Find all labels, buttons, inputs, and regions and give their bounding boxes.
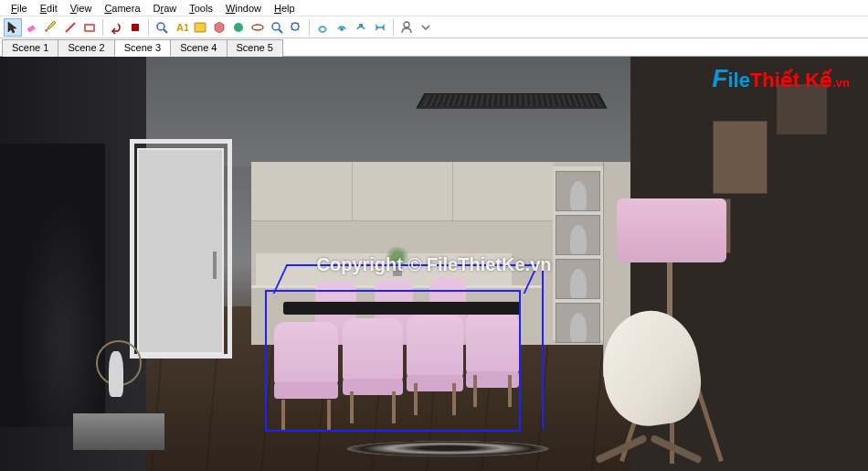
dimension-tool-icon[interactable] — [191, 18, 209, 37]
menu-help[interactable]: Help — [269, 2, 301, 15]
menu-file[interactable]: FFileile — [5, 2, 33, 15]
section-icon[interactable] — [313, 18, 332, 37]
undo-icon[interactable] — [107, 18, 125, 37]
svg-line-11 — [279, 29, 282, 33]
scene-lounge-chair — [576, 311, 722, 457]
scene-tab-3[interactable]: Scene 3 — [114, 39, 171, 57]
scene-tab-4[interactable]: Scene 4 — [170, 39, 227, 57]
layer-c-icon[interactable] — [371, 18, 389, 37]
zoom2-icon[interactable] — [268, 18, 286, 37]
menu-bar: FFileile Edit View Camera Draw Tools Win… — [0, 0, 868, 16]
svg-rect-14 — [359, 24, 363, 27]
redo-icon[interactable] — [126, 18, 144, 37]
select-tool-icon[interactable] — [4, 18, 22, 37]
selection-bounding-box — [265, 290, 521, 432]
svg-point-4 — [157, 23, 164, 30]
scene-tab-2[interactable]: Scene 2 — [58, 39, 114, 57]
dropdown-icon[interactable] — [417, 18, 435, 37]
scene-figurine — [96, 340, 132, 413]
scene-tabs: Scene 1 Scene 2 Scene 3 Scene 4 Scene 5 — [0, 38, 868, 57]
svg-rect-3 — [132, 24, 139, 31]
svg-point-15 — [404, 22, 409, 27]
scene-marble-panel — [0, 144, 105, 427]
pencil-tool-icon[interactable] — [42, 18, 60, 37]
scene-ac-unit — [416, 93, 607, 109]
line-tool-icon[interactable] — [61, 18, 79, 37]
menu-window[interactable]: Window — [220, 2, 267, 15]
scene-pedestal — [73, 413, 164, 450]
model-viewport[interactable]: FileThiết Kế.vn Copyright © FileThietKe.… — [0, 57, 868, 471]
svg-rect-7 — [195, 23, 206, 32]
zoom-extents-icon[interactable] — [287, 18, 305, 37]
user-icon[interactable] — [397, 18, 416, 37]
paint-tool-icon[interactable] — [229, 18, 248, 37]
svg-point-10 — [272, 23, 280, 30]
layer-b-icon[interactable] — [352, 18, 370, 37]
svg-line-1 — [66, 23, 75, 32]
svg-rect-0 — [27, 25, 36, 32]
menu-draw[interactable]: Draw — [148, 2, 183, 15]
menu-edit[interactable]: Edit — [35, 2, 63, 15]
zoom-icon[interactable] — [153, 18, 171, 37]
menu-view[interactable]: View — [65, 2, 98, 15]
svg-point-8 — [234, 23, 243, 32]
scene-door — [137, 148, 224, 354]
scene-floor-lamp — [617, 198, 726, 262]
scene-tab-5[interactable]: Scene 5 — [227, 39, 283, 57]
scene-tab-1[interactable]: Scene 1 — [2, 39, 58, 57]
scene-upper-cabinets — [251, 162, 553, 221]
text-tool-icon[interactable]: A1 — [172, 18, 190, 37]
watermark-logo: FileThiết Kế.vn — [712, 64, 850, 93]
watermark-text: Copyright © FileThietKe.vn — [317, 253, 552, 274]
svg-rect-2 — [85, 25, 94, 31]
svg-point-9 — [252, 25, 263, 30]
svg-text:A1: A1 — [176, 22, 188, 33]
eraser-tool-icon[interactable] — [23, 18, 41, 37]
main-toolbar: A1 — [0, 16, 868, 38]
menu-camera[interactable]: Camera — [99, 2, 145, 15]
orbit-tool-icon[interactable] — [249, 18, 267, 37]
component-tool-icon[interactable] — [210, 18, 228, 37]
shape-tool-icon[interactable] — [80, 18, 99, 37]
svg-point-13 — [340, 27, 344, 31]
svg-line-5 — [164, 29, 167, 33]
menu-tools[interactable]: Tools — [184, 2, 218, 15]
layer-a-icon[interactable] — [333, 18, 351, 37]
